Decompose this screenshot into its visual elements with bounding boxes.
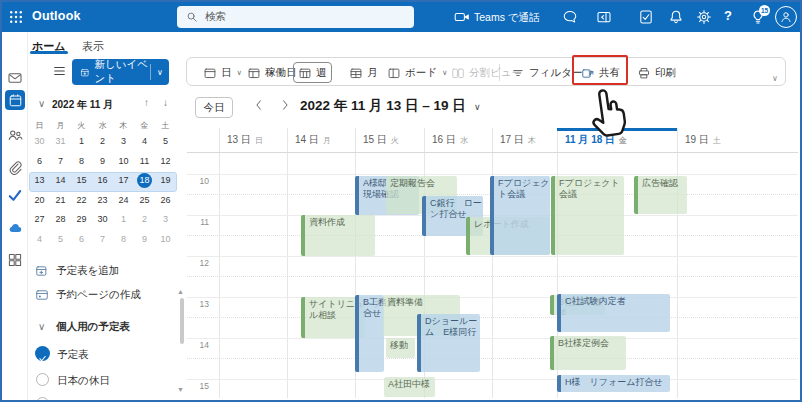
minical-day[interactable]: 17 <box>113 175 134 185</box>
minical-day[interactable]: 6 <box>71 234 92 244</box>
minical-day[interactable]: 2 <box>92 136 113 146</box>
new-event-button[interactable]: 新しいイベント ∨ <box>72 59 169 85</box>
calendar-unchecked-icon[interactable] <box>36 373 49 386</box>
todo-icon[interactable] <box>7 187 23 203</box>
view-button-日[interactable]: 日∨ <box>199 62 246 83</box>
add-calendar-button[interactable]: 予定表を追加 <box>56 264 119 278</box>
help-icon[interactable]: ? <box>724 8 732 23</box>
minical-day[interactable]: 13 <box>29 175 50 185</box>
minical-day[interactable]: 1 <box>113 214 134 224</box>
minical-day[interactable]: 10 <box>113 156 134 166</box>
onedrive-cloud-icon[interactable] <box>7 220 23 236</box>
minical-day[interactable]: 30 <box>29 136 50 146</box>
tab-表示[interactable]: 表示 <box>82 39 104 54</box>
more-apps-icon[interactable] <box>7 252 23 268</box>
minical-day[interactable]: 3 <box>155 214 176 224</box>
prev-week-chevron[interactable] <box>252 98 266 112</box>
minical-day[interactable]: 1 <box>71 136 92 146</box>
date-range-title[interactable]: 2022 年 11 月 13 日 – 19 日 <box>300 97 466 115</box>
video-camera-icon[interactable] <box>454 9 470 25</box>
scroll-up-arrow-icon[interactable]: ▲ <box>177 288 184 295</box>
minical-collapse-chevron[interactable]: ∨ <box>38 98 45 109</box>
minical-day[interactable]: 27 <box>29 214 50 224</box>
minical-day[interactable]: 8 <box>113 234 134 244</box>
group-collapse-chevron[interactable]: ∨ <box>38 321 45 332</box>
chat-icon[interactable] <box>562 9 578 25</box>
calendar-event[interactable]: 移動 <box>386 338 415 358</box>
view-button-稼働日[interactable]: 稼働日 <box>243 62 301 83</box>
range-chevron-icon[interactable]: ∨ <box>474 102 481 112</box>
day-header-火[interactable]: 15 日火 <box>363 133 399 147</box>
app-launcher-icon[interactable] <box>8 9 24 25</box>
calendar-unchecked-icon[interactable] <box>36 397 49 402</box>
minical-day[interactable]: 5 <box>50 234 71 244</box>
minical-day[interactable]: 11 <box>134 156 155 166</box>
notifications-bell-icon[interactable] <box>668 9 684 25</box>
minical-day[interactable]: 4 <box>29 234 50 244</box>
minical-day[interactable]: 2 <box>134 214 155 224</box>
approvals-icon[interactable] <box>638 9 654 25</box>
scroll-down-arrow-icon[interactable]: ▼ <box>177 386 184 393</box>
minical-day[interactable]: 14 <box>50 175 71 185</box>
people-icon[interactable] <box>7 127 23 143</box>
calendar-checked-icon[interactable] <box>35 346 50 361</box>
view-button-週[interactable]: 週 <box>293 62 332 83</box>
calendar-icon[interactable] <box>5 90 25 110</box>
teams-call-button[interactable]: Teams で通話 <box>474 11 540 25</box>
day-header-水[interactable]: 16 日水 <box>432 133 468 147</box>
calendar-event[interactable]: H様 リフォーム打合せ <box>557 375 670 392</box>
search-input[interactable]: 検索 <box>177 6 414 28</box>
app-brand[interactable]: Outlook <box>32 9 81 23</box>
calendar-event[interactable]: Fプロジェクト会議 <box>551 176 624 255</box>
minical-day[interactable]: 6 <box>29 156 50 166</box>
hamburger-menu-icon[interactable] <box>52 65 67 77</box>
minical-day[interactable]: 26 <box>155 195 176 205</box>
minical-day[interactable]: 10 <box>155 234 176 244</box>
chevron-down-icon[interactable]: ∨ <box>151 68 169 77</box>
minical-next-arrow-icon[interactable]: ↓ <box>163 97 168 108</box>
minical-day[interactable]: 23 <box>92 195 113 205</box>
account-avatar[interactable] <box>775 6 797 28</box>
mail-icon[interactable] <box>7 70 23 86</box>
calendar-list-item[interactable]: 予定表 <box>57 348 89 362</box>
minical-day-selected[interactable]: 18 <box>137 173 152 188</box>
minical-day[interactable]: 9 <box>134 234 155 244</box>
settings-gear-icon[interactable] <box>696 9 712 25</box>
minical-day[interactable]: 19 <box>155 175 176 185</box>
minical-day[interactable]: 7 <box>92 234 113 244</box>
minical-day[interactable]: 8 <box>71 156 92 166</box>
today-button[interactable]: 今日 <box>195 97 233 118</box>
minical-day[interactable]: 30 <box>92 214 113 224</box>
view-button-月[interactable]: 月 <box>345 62 382 83</box>
minical-day[interactable]: 31 <box>50 136 71 146</box>
next-week-chevron[interactable] <box>278 98 292 112</box>
minical-day[interactable]: 5 <box>155 136 176 146</box>
minical-day[interactable]: 7 <box>50 156 71 166</box>
sidebar-scrollbar[interactable] <box>180 298 184 344</box>
side-panel-icon[interactable] <box>596 9 612 25</box>
calendar-event[interactable]: Fプロジェクト会議 <box>490 176 550 255</box>
minical-day[interactable]: 24 <box>113 195 134 205</box>
calendar-event[interactable]: Dショールーム E様同行 <box>417 314 480 372</box>
minical-day[interactable]: 28 <box>50 214 71 224</box>
day-header-日[interactable]: 13 日日 <box>227 133 263 147</box>
minical-day[interactable]: 12 <box>155 156 176 166</box>
minical-day[interactable]: 20 <box>29 195 50 205</box>
minical-day[interactable]: 15 <box>71 175 92 185</box>
minical-day[interactable]: 16 <box>92 175 113 185</box>
minical-prev-arrow-icon[interactable]: ↑ <box>144 97 149 108</box>
day-header-月[interactable]: 14 日月 <box>295 133 331 147</box>
minical-day[interactable]: 25 <box>134 195 155 205</box>
calendar-event[interactable]: C社試験内定者 <box>557 294 670 332</box>
attachments-icon[interactable] <box>7 160 23 176</box>
view-button-ボード[interactable]: ボード∨ <box>383 62 452 83</box>
day-header-土[interactable]: 19 日土 <box>685 133 721 147</box>
calendar-event[interactable]: B工務店打ち合せ <box>355 295 384 372</box>
minical-day[interactable]: 3 <box>113 136 134 146</box>
calendar-event[interactable]: 広告確認 <box>634 176 687 214</box>
minical-day[interactable]: 21 <box>50 195 71 205</box>
calendar-event[interactable]: A社田中様 <box>384 377 435 397</box>
minical-day[interactable]: 9 <box>92 156 113 166</box>
minical-day[interactable]: 29 <box>71 214 92 224</box>
calendar-list-item[interactable]: 日本の休日 <box>57 374 110 388</box>
